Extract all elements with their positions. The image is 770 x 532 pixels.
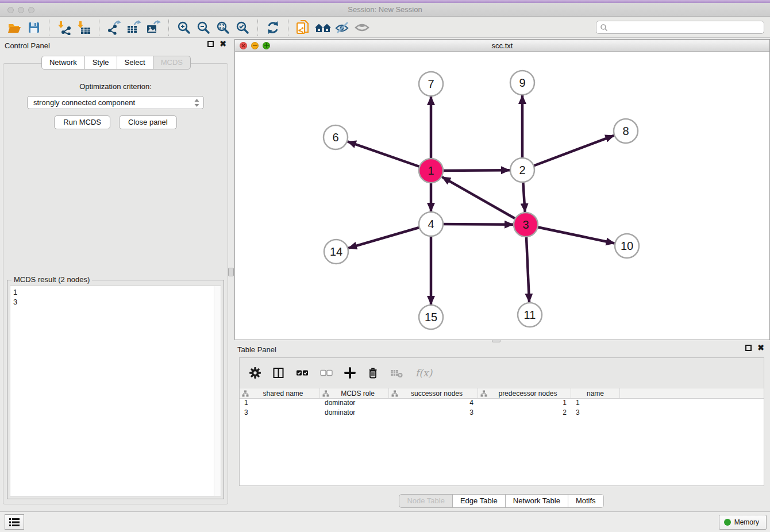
column-type-icon <box>391 390 398 397</box>
mcds-result-text: 1 3 <box>13 287 211 495</box>
tab-network-table[interactable]: Network Table <box>505 494 568 508</box>
deselect-all-icon <box>320 369 333 377</box>
column-visibility-button[interactable] <box>273 367 284 379</box>
stepper-arrows-icon <box>194 98 200 107</box>
show-graphics-details-icon <box>354 20 370 35</box>
control-panel: Control Panel ✖ Network Style Select MCD… <box>0 38 232 511</box>
add-row-button[interactable] <box>344 367 356 379</box>
column-header-successor-nodes[interactable]: successor nodes <box>389 388 478 398</box>
cell-name[interactable]: 3 <box>571 408 620 418</box>
tab-motifs[interactable]: Motifs <box>568 494 604 508</box>
tab-node-table[interactable]: Node Table <box>399 494 453 508</box>
tab-mcds[interactable]: MCDS <box>153 56 191 70</box>
search-input[interactable] <box>608 24 760 32</box>
table-row: 1 dominator 4 1 1 <box>240 399 764 408</box>
float-panel-icon[interactable] <box>207 41 214 47</box>
zoom-in-button[interactable] <box>174 19 194 36</box>
save-session-button[interactable] <box>24 19 44 36</box>
cell-predecessor-nodes[interactable]: 2 <box>478 408 571 418</box>
criterion-select[interactable]: strongly connected component <box>27 96 204 109</box>
graph-node-label-6: 6 <box>332 131 338 144</box>
memory-button[interactable]: Memory <box>719 515 767 530</box>
column-header-predecessor-nodes[interactable]: predecessor nodes <box>478 388 571 398</box>
deselect-all-rows-button[interactable] <box>320 369 333 377</box>
network-window-titlebar[interactable]: scc.txt <box>235 40 769 52</box>
columns-icon <box>273 367 284 379</box>
column-header-shared-name[interactable]: shared name <box>240 388 320 398</box>
export-image-button[interactable] <box>144 19 163 36</box>
tab-edge-table[interactable]: Edge Table <box>452 494 506 508</box>
export-network-button[interactable] <box>105 19 124 36</box>
tab-style[interactable]: Style <box>84 56 117 70</box>
table-header-row: shared name MCDS role successor nodes <box>240 388 764 399</box>
close-panel-icon[interactable]: ✖ <box>757 345 764 351</box>
tab-select[interactable]: Select <box>117 56 153 70</box>
mcds-result-group: MCDS result (2 nodes) 1 3 <box>7 280 224 499</box>
cell-mcds-role[interactable]: dominator <box>320 399 389 408</box>
cell-successor-nodes[interactable]: 3 <box>389 408 478 418</box>
toolbar-separator <box>49 20 49 36</box>
gear-icon <box>249 367 261 379</box>
select-all-rows-button[interactable] <box>296 369 309 377</box>
run-mcds-button[interactable]: Run MCDS <box>54 115 110 129</box>
table-panel: Table Panel ✖ <box>233 342 770 511</box>
open-file-button[interactable] <box>5 19 24 36</box>
cell-shared-name[interactable]: 1 <box>240 399 320 408</box>
trash-icon <box>367 367 379 379</box>
network-view-window: scc.txt 1234678910111415 <box>234 39 770 340</box>
graph-edge-2-8[interactable] <box>522 136 614 170</box>
destroy-table-button[interactable] <box>390 367 404 379</box>
column-header-name[interactable]: name <box>571 388 620 398</box>
clone-network-button[interactable] <box>294 19 313 36</box>
import-table-button[interactable] <box>74 19 94 36</box>
zoom-fit-button[interactable] <box>213 19 233 36</box>
column-type-icon <box>322 390 329 397</box>
graph-node-label-14: 14 <box>330 245 342 258</box>
close-panel-icon[interactable]: ✖ <box>220 41 226 47</box>
graph-edge-4-14[interactable] <box>348 224 431 248</box>
table-toolbar: f(x) <box>240 358 764 388</box>
graph-node-label-15: 15 <box>425 311 437 323</box>
hide-style-button[interactable] <box>333 19 352 36</box>
float-panel-icon[interactable] <box>745 345 752 351</box>
cell-mcds-role[interactable]: dominator <box>320 408 389 418</box>
cell-name[interactable]: 1 <box>571 399 620 408</box>
mcds-result-area: 1 3 <box>10 286 221 496</box>
cell-successor-nodes[interactable]: 4 <box>389 399 478 408</box>
graph-node-label-8: 8 <box>622 125 629 137</box>
import-network-button[interactable] <box>55 19 74 36</box>
apply-function-button[interactable]: f(x) <box>415 367 432 379</box>
refresh-view-icon <box>265 20 280 35</box>
cell-shared-name[interactable]: 3 <box>240 408 320 418</box>
table-settings-button[interactable] <box>249 367 261 379</box>
zoom-out-button[interactable] <box>194 19 213 36</box>
zoom-selected-icon <box>235 20 250 35</box>
graph-node-label-2: 2 <box>519 164 525 176</box>
delete-rows-button[interactable] <box>367 367 379 379</box>
first-neighbors-button[interactable] <box>313 19 333 36</box>
graph-edge-3-10[interactable] <box>526 225 614 243</box>
refresh-view-button[interactable] <box>263 19 283 36</box>
node-table-container: f(x) shared name MCDS role <box>239 357 764 486</box>
result-scrollbar[interactable] <box>214 286 221 496</box>
control-panel-title: Control Panel <box>5 41 50 50</box>
cell-predecessor-nodes[interactable]: 1 <box>478 399 571 408</box>
close-panel-button[interactable]: Close panel <box>119 115 177 129</box>
save-session-icon <box>26 20 41 35</box>
task-history-button[interactable] <box>5 514 24 530</box>
zoom-selected-button[interactable] <box>233 19 252 36</box>
clone-network-icon <box>295 20 311 36</box>
graph-edge-1-6[interactable] <box>348 141 431 171</box>
vertical-splitter-grip[interactable] <box>228 268 234 276</box>
export-table-button[interactable] <box>124 19 144 36</box>
tab-network[interactable]: Network <box>41 56 85 70</box>
export-image-icon <box>146 20 161 35</box>
show-graphics-details-button[interactable] <box>352 19 372 36</box>
graph-node-label-9: 9 <box>519 76 525 89</box>
column-header-mcds-role[interactable]: MCDS role <box>320 388 389 398</box>
network-canvas[interactable]: 1234678910111415 <box>235 52 769 340</box>
memory-label: Memory <box>734 518 759 526</box>
application-window: Session: New Session <box>0 0 770 532</box>
graph-edge-3-1[interactable] <box>442 177 526 225</box>
search-field <box>596 21 764 34</box>
